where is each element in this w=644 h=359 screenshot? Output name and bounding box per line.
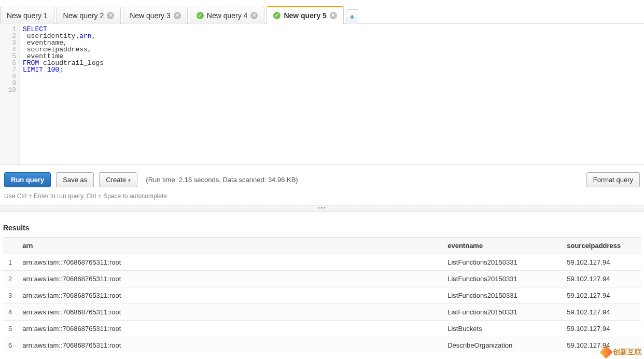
query-tab-bar: New query 1 New query 2 ✕ New query 3 ✕ …: [0, 0, 644, 24]
editor-code[interactable]: SELECT useridentity.arn, eventname, sour…: [20, 24, 107, 164]
status-ok-icon: ✓: [197, 12, 204, 19]
format-query-button[interactable]: Format query: [586, 172, 640, 187]
create-button-label: Create: [106, 176, 126, 184]
col-arn[interactable]: arn: [17, 238, 442, 254]
cell-sourceipaddress: 59.102.127.94: [562, 287, 641, 304]
cell-arn: arn:aws:iam::706868765311:root: [17, 287, 442, 304]
save-as-button[interactable]: Save as: [56, 172, 94, 187]
results-panel: Results arn eventname sourceipaddress 1a…: [0, 212, 644, 353]
cell-index: 3: [3, 287, 17, 304]
cell-eventname: ListBuckets: [442, 321, 562, 337]
editor-gutter: 12345678910: [0, 24, 20, 164]
close-icon[interactable]: ✕: [107, 12, 114, 19]
results-title: Results: [3, 224, 641, 232]
results-header-row: arn eventname sourceipaddress: [3, 238, 641, 254]
query-tab[interactable]: New query 1: [0, 7, 54, 24]
create-button[interactable]: Create▾: [99, 172, 137, 187]
pane-splitter[interactable]: •••: [0, 205, 644, 212]
query-tab[interactable]: ✓ New query 4 ✕: [190, 7, 265, 24]
query-tab[interactable]: New query 3 ✕: [123, 7, 188, 24]
table-row[interactable]: 5arn:aws:iam::706868765311:rootListBucke…: [3, 321, 641, 337]
query-tab[interactable]: New query 2 ✕: [57, 7, 121, 24]
editor-hint: Use Ctrl + Enter to run query, Ctrl + Sp…: [0, 190, 644, 205]
sql-editor[interactable]: 12345678910 SELECT useridentity.arn, eve…: [0, 24, 644, 165]
query-tab-label: New query 5: [284, 11, 326, 20]
table-row[interactable]: 3arn:aws:iam::706868765311:rootListFunct…: [3, 287, 641, 304]
query-tab-label: New query 3: [130, 11, 171, 20]
cell-arn: arn:aws:iam::706868765311:root: [17, 304, 442, 321]
cell-sourceipaddress: 59.102.127.94: [562, 254, 641, 271]
table-row[interactable]: 1arn:aws:iam::706868765311:rootListFunct…: [3, 254, 641, 271]
col-index[interactable]: [3, 238, 17, 254]
cell-sourceipaddress: 59.102.127.94: [562, 304, 641, 321]
query-tab[interactable]: ✓ New query 5 ✕: [267, 6, 343, 24]
cell-arn: arn:aws:iam::706868765311:root: [17, 254, 442, 271]
cell-sourceipaddress: 59.102.127.94: [562, 321, 641, 337]
status-ok-icon: ✓: [273, 12, 281, 19]
results-table: arn eventname sourceipaddress 1arn:aws:i…: [3, 237, 641, 353]
close-icon[interactable]: ✕: [250, 12, 258, 19]
cell-arn: arn:aws:iam::706868765311:root: [17, 321, 442, 337]
cell-index: 1: [3, 254, 17, 271]
cell-sourceipaddress: 59.102.127.94: [562, 271, 641, 287]
run-info-text: (Run time: 2.16 seconds, Data scanned: 3…: [146, 176, 298, 184]
cell-arn: arn:aws:iam::706868765311:root: [17, 337, 442, 354]
query-tab-label: New query 2: [63, 11, 104, 20]
query-tab-label: New query 1: [7, 11, 48, 20]
table-row[interactable]: 4arn:aws:iam::706868765311:rootListFunct…: [3, 304, 641, 321]
cell-index: 5: [3, 321, 17, 337]
run-query-button[interactable]: Run query: [4, 172, 51, 187]
table-row[interactable]: 6arn:aws:iam::706868765311:rootDescribeO…: [3, 337, 641, 354]
cell-eventname: ListFunctions20150331: [442, 271, 562, 287]
cell-index: 4: [3, 304, 17, 321]
close-icon[interactable]: ✕: [330, 12, 337, 19]
cell-index: 2: [3, 271, 17, 287]
add-tab-button[interactable]: +: [346, 9, 358, 24]
chevron-down-icon: ▾: [128, 177, 131, 183]
cell-arn: arn:aws:iam::706868765311:root: [17, 271, 442, 287]
cell-index: 6: [3, 337, 17, 354]
cell-eventname: ListFunctions20150331: [442, 304, 562, 321]
table-row[interactable]: 2arn:aws:iam::706868765311:rootListFunct…: [3, 271, 641, 287]
col-sourceipaddress[interactable]: sourceipaddress: [562, 238, 641, 254]
close-icon[interactable]: ✕: [174, 12, 181, 19]
col-eventname[interactable]: eventname: [442, 238, 562, 254]
query-tab-label: New query 4: [207, 11, 248, 20]
cell-eventname: DescribeOrganization: [442, 337, 562, 354]
cell-eventname: ListFunctions20150331: [442, 254, 562, 271]
editor-toolbar: Run query Save as Create▾ (Run time: 2.1…: [0, 165, 644, 190]
cell-sourceipaddress: 59.102.127.94: [562, 337, 641, 354]
cell-eventname: ListFunctions20150331: [442, 287, 562, 304]
